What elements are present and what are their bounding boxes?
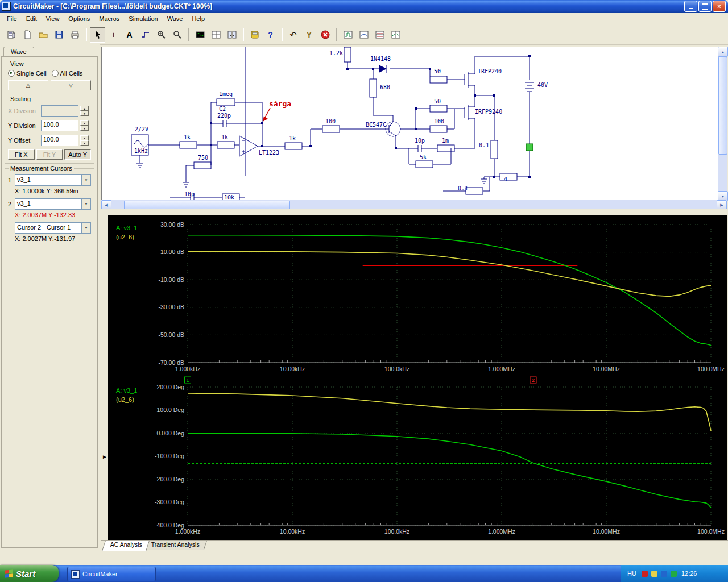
y-division-spinner[interactable]: ▲▼: [80, 120, 89, 131]
svg-text:0.1: 0.1: [479, 142, 489, 148]
minimize-button[interactable]: [684, 1, 697, 12]
split-view-icon: [228, 30, 237, 39]
splitter-arrow-icon[interactable]: ►: [102, 454, 107, 460]
zoom-tool-button[interactable]: [169, 27, 185, 43]
schematic-area[interactable]: 1.2k1N414868050IRFP24040V50IRFP92401megC…: [101, 47, 718, 201]
waveform-plot-area[interactable]: 30.00 dB10.00 dB-10.00 dB-30.00 dB-50.00…: [108, 215, 727, 540]
part-browser-button[interactable]: [3, 27, 19, 43]
save-icon: [55, 30, 64, 39]
text-icon: A: [126, 31, 132, 39]
y-division-input[interactable]: 100.0: [41, 120, 78, 131]
network-icon[interactable]: [661, 571, 667, 577]
view-group: View Single Cell All Cells △ ▽: [5, 64, 94, 94]
help-icon: ?: [268, 31, 273, 39]
svg-text:(u2_6): (u2_6): [116, 396, 134, 403]
maximize-button[interactable]: [698, 1, 712, 12]
close-button[interactable]: ×: [713, 1, 726, 12]
schematic-canvas[interactable]: 1.2k1N414868050IRFP24040V50IRFP92401megC…: [102, 47, 718, 201]
y-offset-input[interactable]: 100.0: [41, 135, 78, 146]
taskbar-circuitmaker-button[interactable]: CircuitMaker: [67, 567, 156, 581]
svg-text:1.000MHz: 1.000MHz: [488, 365, 515, 372]
wire-tool-button[interactable]: [138, 27, 153, 43]
wave-panel: Wave View Single Cell All Cells △ ▽ Scal…: [0, 44, 100, 565]
stop-simulation-button[interactable]: [317, 27, 333, 43]
chevron-down-icon[interactable]: ▼: [81, 223, 90, 233]
cursor1-signal-select[interactable]: v3_1 ▼: [15, 174, 91, 186]
svg-text:100.0MHz: 100.0MHz: [697, 528, 725, 535]
menu-view[interactable]: View: [42, 14, 64, 24]
messenger-icon[interactable]: [671, 571, 677, 577]
waveform-view-4-button[interactable]: [388, 27, 403, 43]
help-button[interactable]: ?: [263, 27, 278, 43]
cursor1-readout: X: 1.0000k Y:-366.59m: [15, 188, 91, 194]
split-view-button[interactable]: [224, 27, 239, 43]
alert-icon[interactable]: [642, 571, 648, 577]
ac-analysis-plots[interactable]: 30.00 dB10.00 dB-10.00 dB-30.00 dB-50.00…: [108, 215, 727, 540]
new-file-button[interactable]: [19, 27, 35, 43]
tab-ac-analysis[interactable]: AC Analysis: [102, 541, 150, 551]
chevron-down-icon[interactable]: ▼: [81, 175, 90, 185]
svg-text:50: 50: [434, 98, 441, 105]
cursor2-signal-select[interactable]: v3_1 ▼: [15, 198, 91, 210]
svg-text:0.1: 0.1: [458, 185, 468, 192]
text-tool-button[interactable]: A: [122, 27, 137, 43]
svg-text:A: v3_1: A: v3_1: [116, 225, 137, 231]
menu-help[interactable]: Help: [187, 14, 209, 24]
waveform-view-2-button[interactable]: [356, 27, 371, 43]
svg-text:1k: 1k: [221, 134, 228, 140]
svg-text:1: 1: [186, 377, 189, 383]
svg-text:200.0 Deg: 200.0 Deg: [157, 384, 185, 390]
menu-options[interactable]: Options: [64, 14, 94, 24]
menu-file[interactable]: File: [2, 14, 22, 24]
menu-wave[interactable]: Wave: [163, 14, 188, 24]
start-button[interactable]: Start: [0, 565, 59, 582]
volume-icon[interactable]: [651, 571, 657, 577]
waveform-view-3-button[interactable]: [372, 27, 387, 43]
waveform-3-icon: [375, 30, 384, 39]
cell-down-button[interactable]: ▽: [51, 80, 91, 90]
scope-display-button[interactable]: [192, 27, 208, 43]
multimeter-button[interactable]: [247, 27, 262, 43]
svg-text:1.000kHz: 1.000kHz: [175, 528, 200, 535]
y-offset-spinner[interactable]: ▲▼: [80, 135, 89, 146]
menu-macros[interactable]: Macros: [94, 14, 124, 24]
svg-text:-400.0 Deg: -400.0 Deg: [155, 522, 184, 529]
select-cursor-button[interactable]: [90, 27, 105, 43]
fit-x-button[interactable]: Fit X: [8, 149, 35, 160]
menu-simulation[interactable]: Simulation: [124, 14, 162, 24]
open-file-button[interactable]: [35, 27, 51, 43]
svg-text:BC547C: BC547C: [366, 122, 386, 128]
svg-text:-30.00 dB: -30.00 dB: [158, 304, 184, 310]
svg-text:-70.00 dB: -70.00 dB: [158, 359, 184, 366]
language-indicator[interactable]: HU: [626, 569, 638, 577]
cursor-diff-select[interactable]: Cursor 2 - Cursor 1 ▼: [15, 222, 91, 234]
chevron-down-icon[interactable]: ▼: [81, 199, 90, 209]
vertical-scroll-thumb[interactable]: [718, 57, 727, 155]
app-icon: [2, 2, 11, 11]
auto-y-button[interactable]: Auto Y: [64, 149, 91, 160]
menu-edit[interactable]: Edit: [22, 14, 42, 24]
all-cells-radio[interactable]: [52, 70, 59, 77]
fit-y-button[interactable]: Fit Y: [36, 149, 63, 160]
horizontal-scroll-thumb[interactable]: [124, 201, 290, 210]
save-file-button[interactable]: [51, 27, 67, 43]
probe-tool-button[interactable]: Y: [301, 27, 317, 43]
scroll-up-arrow[interactable]: ▲: [718, 47, 728, 57]
tab-wave[interactable]: Wave: [3, 47, 34, 57]
svg-text:-100.0 Deg: -100.0 Deg: [155, 452, 184, 459]
svg-text:0.000 Deg: 0.000 Deg: [157, 430, 185, 436]
probe-point-marker[interactable]: [526, 144, 533, 151]
place-part-button[interactable]: +: [106, 27, 121, 43]
cell-up-button[interactable]: △: [8, 80, 48, 90]
waveform-view-1-button[interactable]: [340, 27, 355, 43]
undo-button[interactable]: ↶: [286, 27, 301, 43]
single-cell-radio[interactable]: [8, 70, 15, 77]
print-button[interactable]: [67, 27, 82, 43]
svg-text:40V: 40V: [537, 82, 548, 88]
analysis-window-button[interactable]: [208, 27, 224, 43]
new-file-icon: [23, 30, 32, 39]
x-division-input: [41, 105, 78, 117]
single-cell-label: Single Cell: [16, 70, 47, 77]
zoom-window-button[interactable]: [154, 27, 169, 43]
stop-icon: [321, 30, 330, 39]
